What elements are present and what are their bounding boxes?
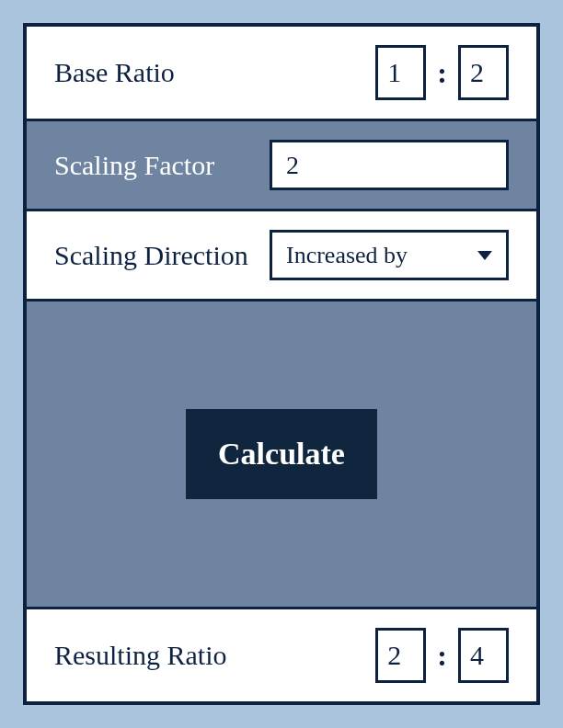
resulting-ratio-group: : — [375, 628, 509, 683]
resulting-ratio-output-2[interactable] — [458, 628, 509, 683]
base-ratio-label: Base Ratio — [54, 57, 375, 88]
resulting-ratio-output-1[interactable] — [375, 628, 426, 683]
ratio-separator: : — [437, 639, 447, 673]
base-ratio-group: : — [375, 45, 509, 100]
base-ratio-row: Base Ratio : — [27, 27, 536, 121]
scaling-direction-label: Scaling Direction — [54, 240, 270, 271]
scaling-factor-input[interactable] — [270, 140, 509, 190]
scaling-direction-select[interactable]: Increased by — [270, 230, 509, 280]
resulting-ratio-label: Resulting Ratio — [54, 640, 375, 671]
resulting-ratio-row: Resulting Ratio : — [27, 609, 536, 701]
ratio-separator: : — [437, 56, 447, 90]
base-ratio-input-1[interactable] — [375, 45, 426, 100]
scaling-factor-row: Scaling Factor — [27, 121, 536, 211]
calculate-row: Calculate — [27, 301, 536, 609]
scaling-factor-label: Scaling Factor — [54, 150, 270, 181]
scaling-direction-row: Scaling Direction Increased by — [27, 211, 536, 301]
calculator-panel: Base Ratio : Scaling Factor Scaling Dire… — [23, 23, 540, 705]
calculate-button[interactable]: Calculate — [186, 409, 377, 499]
scaling-direction-value: Increased by — [270, 230, 509, 280]
base-ratio-input-2[interactable] — [458, 45, 509, 100]
